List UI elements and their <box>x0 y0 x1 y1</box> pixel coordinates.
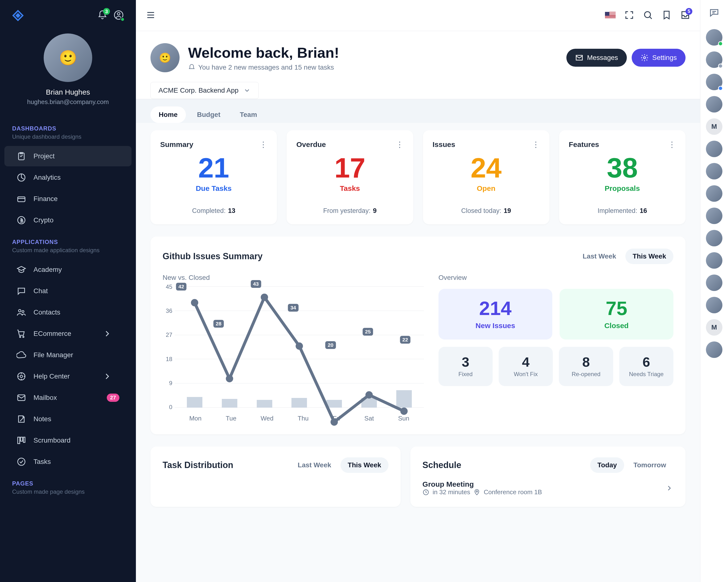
svg-point-27 <box>476 491 478 492</box>
svg-point-1 <box>118 12 120 15</box>
svg-point-22 <box>295 342 303 350</box>
nav-mailbox[interactable]: Mailbox27 <box>4 388 132 408</box>
contact-avatar[interactable] <box>706 275 722 291</box>
nav-analytics[interactable]: Analytics <box>4 167 132 188</box>
chevron-right-icon <box>665 484 673 492</box>
contact-avatar[interactable] <box>706 297 722 313</box>
card-menu-icon[interactable]: ⋮ <box>396 140 404 149</box>
profile-email: hughes.brian@company.com <box>0 98 136 106</box>
bookmark-icon[interactable] <box>661 10 672 21</box>
section-applications: APPLICATIONS <box>0 231 136 247</box>
contact-avatar[interactable] <box>706 141 722 157</box>
nav-crypto[interactable]: Crypto <box>4 210 132 230</box>
search-icon[interactable] <box>643 10 653 21</box>
contact-avatar[interactable] <box>706 252 722 269</box>
contact-avatar[interactable] <box>706 207 722 224</box>
svg-point-20 <box>226 375 233 382</box>
clock-icon <box>422 489 429 496</box>
settings-button[interactable]: Settings <box>632 49 685 67</box>
section-pages: PAGES <box>0 473 136 489</box>
nav-ecommerce[interactable]: ECommerce <box>4 324 132 344</box>
contact-avatar[interactable]: M <box>706 319 722 336</box>
sched-today[interactable]: Today <box>590 458 624 473</box>
card-menu-icon[interactable]: ⋮ <box>532 140 540 149</box>
toggle-last-week[interactable]: Last Week <box>575 249 623 264</box>
contact-avatar[interactable] <box>706 163 722 179</box>
svg-point-11 <box>20 375 23 378</box>
main: 5 🙂 Welcome back, Brian! You have 2 new … <box>136 0 700 582</box>
contacts-rail: MM <box>700 0 728 582</box>
sched-tomorrow[interactable]: Tomorrow <box>626 458 673 473</box>
fullscreen-icon[interactable] <box>624 10 634 21</box>
schedule-item[interactable]: Group Meeting in 32 minutes Conference r… <box>422 480 673 496</box>
contact-avatar[interactable] <box>706 341 722 358</box>
chevron-down-icon <box>243 87 251 94</box>
overview-new-issues: 214New Issues <box>439 289 552 339</box>
location-icon <box>473 489 480 496</box>
hero-avatar: 🙂 <box>151 43 180 72</box>
svg-point-8 <box>20 336 21 337</box>
overview-stat: 8Re-opened <box>559 347 613 386</box>
github-range-toggle: Last Week This Week <box>575 249 673 264</box>
user-menu-icon[interactable] <box>113 10 124 21</box>
contact-avatar[interactable] <box>706 29 722 46</box>
svg-point-18 <box>644 57 646 59</box>
bell-icon <box>188 64 196 71</box>
svg-point-7 <box>22 311 24 312</box>
contact-avatar[interactable] <box>706 230 722 246</box>
svg-point-25 <box>400 408 408 415</box>
mail-icon <box>575 54 583 62</box>
contact-avatar[interactable] <box>706 185 722 202</box>
profile-block: 🙂 Brian Hughes hughes.brian@company.com <box>0 29 136 118</box>
notifications-badge: 3 <box>103 8 110 15</box>
app-logo[interactable] <box>12 10 24 21</box>
chat-icon[interactable] <box>709 7 720 20</box>
tab-team[interactable]: Team <box>232 107 265 123</box>
nav-help-center[interactable]: Help Center <box>4 366 132 387</box>
gear-icon <box>641 54 649 62</box>
messages-button[interactable]: Messages <box>566 49 627 67</box>
nav-chat[interactable]: Chat <box>4 281 132 301</box>
project-selector[interactable]: ACME Corp. Backend App <box>151 82 259 99</box>
contact-avatar[interactable] <box>706 96 722 113</box>
nav-project[interactable]: Project <box>4 146 132 166</box>
svg-point-21 <box>261 294 268 301</box>
svg-point-6 <box>19 309 21 312</box>
sidebar: 3 🙂 Brian Hughes hughes.brian@company.co… <box>0 0 136 582</box>
contact-avatar[interactable] <box>706 74 722 90</box>
tab-home[interactable]: Home <box>151 107 186 123</box>
schedule-card: Schedule Today Tomorrow Group Meeting in… <box>410 446 685 507</box>
svg-rect-4 <box>18 197 25 202</box>
svg-rect-14 <box>21 437 23 441</box>
card-menu-icon[interactable]: ⋮ <box>259 140 267 149</box>
nav-scrumboard[interactable]: Scrumboard <box>4 430 132 450</box>
contact-avatar[interactable] <box>706 51 722 68</box>
notifications-bell-icon[interactable]: 3 <box>97 10 107 21</box>
overview-stat: 3Fixed <box>439 347 493 386</box>
nav-file-manager[interactable]: File Manager <box>4 345 132 365</box>
menu-toggle-icon[interactable] <box>146 10 156 21</box>
inbox-icon[interactable]: 5 <box>680 10 691 21</box>
toggle-this-week[interactable]: This Week <box>625 249 673 264</box>
contact-avatar[interactable]: M <box>706 118 722 135</box>
stat-card-3: Features⋮38ProposalsImplemented:16 <box>559 130 685 224</box>
card-menu-icon[interactable]: ⋮ <box>668 140 676 149</box>
content-tabs: Home Budget Team <box>151 107 685 123</box>
issues-chart: 4536271890 MonTueWedThuFriSatSun 4228433… <box>163 286 424 422</box>
nav-academy[interactable]: Academy <box>4 259 132 280</box>
profile-avatar[interactable]: 🙂 <box>44 33 92 82</box>
section-dashboards: DASHBOARDS <box>0 118 136 133</box>
tab-budget[interactable]: Budget <box>189 107 229 123</box>
inbox-badge: 5 <box>685 8 692 15</box>
profile-name: Brian Hughes <box>0 88 136 96</box>
github-title: Github Issues Summary <box>163 251 263 261</box>
nav-tasks[interactable]: Tasks <box>4 451 132 472</box>
chevron-right-icon <box>102 371 112 381</box>
nav-contacts[interactable]: Contacts <box>4 302 132 323</box>
overview-stat: 6Needs Triage <box>619 347 673 386</box>
svg-point-19 <box>191 299 198 306</box>
language-flag-icon[interactable] <box>605 12 616 19</box>
svg-rect-15 <box>23 437 25 443</box>
nav-notes[interactable]: Notes <box>4 409 132 429</box>
nav-finance[interactable]: Finance <box>4 189 132 209</box>
